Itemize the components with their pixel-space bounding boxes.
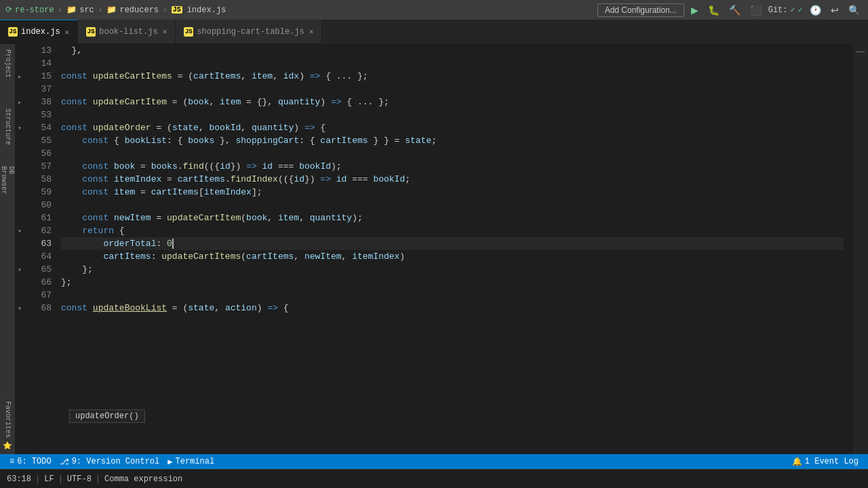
- token-norm: [61, 134, 82, 147]
- tab-close-index[interactable]: ✕: [65, 28, 70, 37]
- token-fn: updateCartItem: [167, 211, 241, 224]
- token-kw: const: [82, 134, 108, 147]
- tab-icon-index: JS: [8, 27, 18, 37]
- tab-shopping-cart[interactable]: JS shopping-cart-table.js ✕: [176, 20, 322, 43]
- token-norm: [108, 173, 114, 186]
- empty-line: [61, 147, 66, 160]
- token-norm: [87, 302, 93, 314]
- debug-button[interactable]: 🐛: [705, 3, 722, 17]
- tab-index-js[interactable]: JS index.js ✕: [0, 20, 78, 43]
- code-area[interactable]: }, const updateCartItems = (cartItems, i…: [58, 44, 844, 454]
- breadcrumb-src[interactable]: 📁 src: [66, 5, 94, 15]
- tab-label-index: index.js: [21, 27, 60, 37]
- token-prop: itemIndex: [114, 173, 161, 186]
- right-scrollbar[interactable]: [844, 44, 853, 454]
- token-kw: const: [82, 186, 108, 199]
- stop-button[interactable]: ⬛: [747, 3, 764, 17]
- token-norm: (: [241, 250, 246, 263]
- token-prop: shoppingCart: [236, 134, 300, 147]
- fold-cell-62[interactable]: ▾: [15, 224, 24, 237]
- tab-close-booklist[interactable]: ✕: [163, 27, 167, 36]
- code-line-53: [61, 108, 844, 121]
- tab-book-list[interactable]: JS book-list.js ✕: [78, 20, 176, 43]
- sidebar-project-icon[interactable]: Project: [1, 47, 14, 87]
- token-norm: ,: [342, 250, 353, 263]
- add-config-button[interactable]: Add Configuration...: [597, 3, 684, 17]
- status-event-log[interactable]: 🔔 1 Event Log: [788, 457, 863, 467]
- line-number-14: 14: [24, 57, 52, 70]
- encoding: UTF-8: [67, 474, 92, 484]
- brand-label: re-store: [15, 5, 54, 15]
- bottom-status-bar: 63:18 | LF | UTF-8 | Comma expression: [0, 469, 868, 488]
- code-line-62: return {: [61, 224, 844, 237]
- run-button[interactable]: ▶: [688, 3, 701, 17]
- token-norm: :: [156, 237, 167, 250]
- fold-cell-65[interactable]: ▾: [15, 263, 24, 276]
- code-line-64: cartItems: updateCartItems(cartItems, ne…: [61, 250, 844, 263]
- empty-line: [61, 57, 66, 70]
- git-check1: ✓: [791, 5, 795, 15]
- status-todo-icon: ≡: [9, 457, 14, 466]
- token-param: state: [188, 302, 214, 314]
- fold-cell-38[interactable]: ▸: [15, 96, 24, 108]
- token-param: quantity: [310, 211, 352, 224]
- token-kw: const: [82, 160, 108, 173]
- status-vcs[interactable]: ⎇ 9: Version Control: [56, 454, 164, 469]
- history-button[interactable]: 🕐: [807, 3, 824, 17]
- breadcrumb-reducers-label: reducers: [119, 5, 159, 15]
- status-event-label: 1 Event Log: [805, 457, 859, 466]
- sidebar-structure-icon[interactable]: Structure: [1, 106, 14, 147]
- sidebar-star-icon[interactable]: ⭐: [1, 439, 14, 451]
- token-norm: =: [135, 160, 151, 173]
- token-punct: },: [61, 44, 87, 57]
- search-button[interactable]: 🔍: [846, 3, 863, 17]
- undo-button[interactable]: ↩: [828, 3, 842, 17]
- breadcrumb-index[interactable]: JS index.js: [172, 5, 226, 15]
- token-norm: ,: [273, 70, 283, 83]
- code-line-56: [61, 147, 844, 160]
- breadcrumb-reducers[interactable]: 📁 reducers: [106, 5, 159, 15]
- token-param: newItem: [304, 250, 342, 263]
- line-number-54: 54: [24, 121, 52, 134]
- line-numbers: 1314153738535455565758596061626364656667…: [24, 44, 58, 454]
- fold-cell-15[interactable]: ▸: [15, 70, 24, 83]
- token-fn: find: [183, 160, 204, 173]
- status-terminal-label: Terminal: [175, 457, 214, 466]
- token-norm: } } =: [368, 134, 406, 147]
- token-kw: return: [82, 224, 114, 237]
- fold-cell-37: [15, 83, 24, 96]
- right-panel-icon[interactable]: │: [854, 47, 867, 58]
- tab-close-shoppingcart[interactable]: ✕: [309, 27, 314, 36]
- status-todo[interactable]: ≡ 6: TODO: [5, 454, 56, 469]
- token-norm: ): [399, 250, 405, 263]
- token-param: item: [220, 96, 241, 108]
- token-param: item: [252, 70, 273, 83]
- token-norm: ;: [405, 173, 410, 186]
- code-line-68: const updateBookList = (state, action) =…: [61, 302, 844, 314]
- line-number-13: 13: [24, 44, 52, 57]
- token-norm: ;: [431, 134, 437, 147]
- build-button[interactable]: 🔨: [726, 3, 743, 17]
- status-sep3: |: [96, 474, 100, 484]
- token-norm: ,: [241, 121, 252, 134]
- token-norm: };: [61, 276, 72, 289]
- line-number-68: 68: [24, 302, 52, 314]
- breadcrumb-brand[interactable]: ⟳ re-store: [5, 5, 54, 15]
- sidebar-favorites-icon[interactable]: Favorites: [1, 403, 14, 436]
- line-number-53: 53: [24, 108, 52, 121]
- token-norm: [273, 160, 278, 173]
- status-right: 🔔 1 Event Log: [788, 457, 863, 467]
- token-norm: }): [231, 160, 246, 173]
- token-fn: updateOrder: [93, 121, 151, 134]
- fold-cell-68[interactable]: ▾: [15, 302, 24, 314]
- token-norm: [257, 160, 262, 173]
- token-prop: itemIndex: [204, 186, 252, 199]
- token-norm: [108, 211, 114, 224]
- fold-cell-54[interactable]: ▾: [15, 121, 24, 134]
- left-sidebar: Project Structure DB Browser Favorites ⭐: [0, 44, 15, 454]
- sidebar-db-icon[interactable]: DB Browser: [1, 166, 14, 200]
- status-terminal[interactable]: ▶ Terminal: [163, 454, 218, 469]
- git-status: Git: ✓ ✓: [768, 5, 803, 15]
- fold-cell-60: [15, 199, 24, 211]
- token-fn: updateCartItems: [161, 250, 241, 263]
